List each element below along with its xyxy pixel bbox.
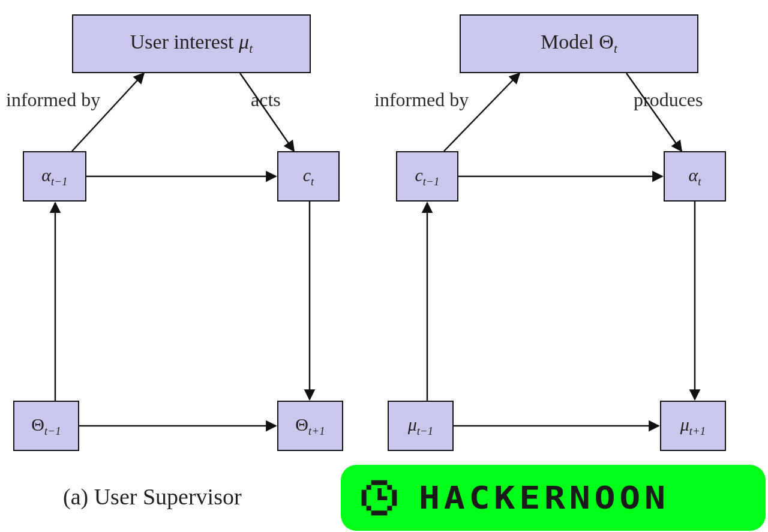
left-edge-label-informed-by: informed by	[6, 89, 100, 111]
left-top-symbol: μ	[239, 31, 249, 53]
left-edge-label-acts: acts	[251, 89, 281, 111]
right-top-symbol: Θ	[599, 31, 614, 53]
svg-rect-4	[392, 490, 397, 506]
svg-rect-1	[367, 485, 371, 490]
svg-rect-0	[371, 480, 388, 485]
right-top-box: Model Θt	[460, 14, 698, 73]
right-top-sub: t	[614, 42, 617, 56]
svg-rect-5	[367, 506, 371, 510]
arrow-left-alpha-to-top	[72, 73, 144, 151]
left-top-sub: t	[249, 42, 253, 56]
svg-rect-9	[377, 496, 387, 500]
svg-rect-3	[362, 490, 367, 506]
left-node-alpha-tm1: αt−1	[23, 151, 86, 202]
diagram-canvas: User interest μt informed by acts αt−1 c…	[0, 0, 768, 532]
left-caption: (a) User Supervisor	[63, 483, 242, 510]
left-top-box: User interest μt	[72, 14, 311, 73]
svg-rect-7	[371, 510, 388, 515]
hackernoon-text: HACKERNOON	[419, 480, 670, 516]
clock-pixel-icon	[360, 479, 398, 517]
svg-rect-6	[387, 506, 392, 510]
left-node-theta-tp1: Θt+1	[277, 401, 343, 451]
left-node-c-t: ct	[277, 151, 340, 202]
arrow-right-top-to-alpha	[626, 73, 682, 151]
right-top-prefix: Model	[541, 31, 599, 53]
svg-rect-2	[387, 485, 392, 490]
left-node-theta-tm1: Θt−1	[13, 401, 79, 451]
arrow-left-top-to-c	[240, 73, 294, 151]
right-node-mu-tp1: μt+1	[660, 401, 726, 451]
right-edge-label-informed-by: informed by	[374, 89, 469, 111]
right-node-mu-tm1: μt−1	[388, 401, 454, 451]
hackernoon-badge: HACKERNOON	[341, 465, 766, 531]
right-edge-label-produces: produces	[634, 89, 703, 111]
right-node-c-tm1: ct−1	[396, 151, 458, 202]
arrow-right-c-to-top	[444, 73, 520, 151]
arrows-layer	[0, 0, 768, 532]
right-node-alpha-t: αt	[664, 151, 726, 202]
left-top-prefix: User interest	[130, 31, 239, 53]
